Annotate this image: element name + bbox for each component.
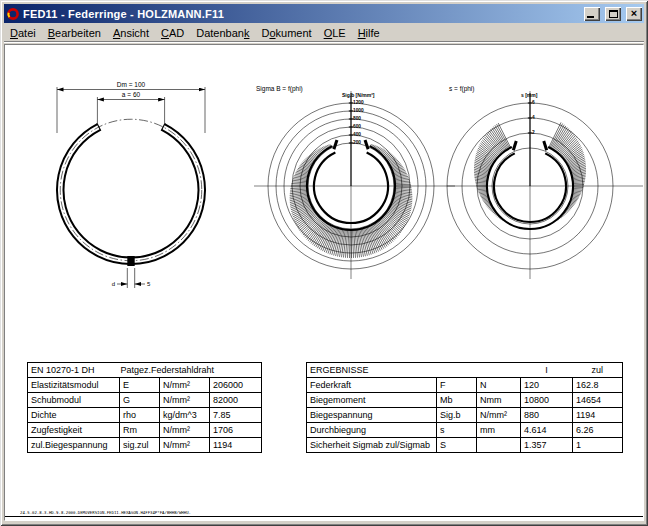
table-cell: 4.614 bbox=[521, 423, 573, 438]
table-cell: Schubmodul bbox=[28, 393, 120, 408]
axis-tick-label: 600 bbox=[353, 124, 361, 129]
axis-tick-label: 6 bbox=[532, 100, 535, 105]
table-cell: Biegespannung bbox=[307, 408, 437, 423]
table-row: zul.Biegespannungsig.zulN/mm²1194 bbox=[28, 438, 262, 453]
table-cell: Nmm bbox=[477, 393, 521, 408]
results-col-allow: zul bbox=[573, 363, 623, 378]
menu-item-ole[interactable]: OLE bbox=[318, 26, 352, 40]
sheet-border-line bbox=[5, 516, 643, 517]
deflection-polar-plot: 642s = f(phi)s [mm] bbox=[445, 73, 644, 295]
table-cell: S bbox=[437, 438, 477, 453]
table-cell: 1 bbox=[573, 438, 623, 453]
table-cell: N bbox=[477, 378, 521, 393]
table-row: ElastizitätsmodulEN/mm²206000 bbox=[28, 378, 262, 393]
ring-drawing: Dm = 100a = 60d5 bbox=[25, 75, 240, 297]
table-cell: 1194 bbox=[573, 408, 623, 423]
axis-tick-label: 1200 bbox=[353, 100, 364, 105]
results-col-actual: I bbox=[521, 363, 573, 378]
table-cell: Durchbiegung bbox=[307, 423, 437, 438]
dim-wire-label: d bbox=[112, 281, 115, 287]
table-cell: 1.357 bbox=[521, 438, 573, 453]
table-cell: 880 bbox=[521, 408, 573, 423]
table-cell: 206000 bbox=[210, 378, 262, 393]
dim-gap: a = 60 bbox=[122, 91, 141, 98]
maximize-button[interactable] bbox=[605, 7, 621, 21]
table-cell: Biegemoment bbox=[307, 393, 437, 408]
window-title: FED11 - Federringe - HOLZMANN.F11 bbox=[23, 8, 579, 20]
material-table: EN 10270-1 DHPatgez.Federstahldraht Elas… bbox=[27, 362, 262, 453]
table-cell: 7.85 bbox=[210, 408, 262, 423]
table-row: FederkraftFN120162.8 bbox=[307, 378, 623, 393]
table-cell: 1706 bbox=[210, 423, 262, 438]
menu-item-datenbank[interactable]: Datenbank bbox=[190, 26, 255, 40]
table-row: Dichterhokg/dm^37.85 bbox=[28, 408, 262, 423]
table-cell: Federkraft bbox=[307, 378, 437, 393]
table-cell: N/mm² bbox=[160, 378, 210, 393]
axis-tick-label: 200 bbox=[353, 140, 361, 145]
material-table-header: EN 10270-1 DHPatgez.Federstahldraht bbox=[28, 363, 262, 378]
table-cell: Mb bbox=[437, 393, 477, 408]
close-icon: × bbox=[631, 8, 637, 19]
table-cell: Zugfestigkeit bbox=[28, 423, 120, 438]
table-cell: E bbox=[120, 378, 160, 393]
menu-bar: DateiBearbeitenAnsichtCADDatenbankDokume… bbox=[4, 25, 644, 42]
table-row: SchubmodulGN/mm²82000 bbox=[28, 393, 262, 408]
table-cell: Dichte bbox=[28, 408, 120, 423]
axis-tick-label: 1000 bbox=[353, 108, 364, 113]
table-row: BiegemomentMbNmm1080014654 bbox=[307, 393, 623, 408]
table-cell: 120 bbox=[521, 378, 573, 393]
minimize-button[interactable] bbox=[584, 7, 600, 21]
app-window: FED11 - Federringe - HOLZMANN.F11 × Date… bbox=[0, 0, 648, 526]
axis-tick-label: 2 bbox=[532, 130, 535, 135]
table-cell: N/mm² bbox=[477, 408, 521, 423]
menu-item-hilfe[interactable]: Hilfe bbox=[352, 26, 386, 40]
results-title: ERGEBNISSE bbox=[307, 363, 521, 378]
title-bar[interactable]: FED11 - Federringe - HOLZMANN.F11 × bbox=[4, 4, 644, 23]
results-table: ERGEBNISSE I zul FederkraftFN120162.8Bie… bbox=[306, 362, 623, 453]
table-cell: Sicherheit Sigmab zul/Sigmab bbox=[307, 438, 437, 453]
table-cell: mm bbox=[477, 423, 521, 438]
plot-title: Sigma B = f(phi) bbox=[256, 85, 303, 93]
axis-tick-label: 4 bbox=[532, 115, 535, 120]
table-cell: zul.Biegespannung bbox=[28, 438, 120, 453]
table-cell: G bbox=[120, 393, 160, 408]
table-cell: Rm bbox=[120, 423, 160, 438]
table-row: BiegespannungSig.bN/mm²8801194 bbox=[307, 408, 623, 423]
maximize-icon bbox=[609, 10, 618, 18]
table-row: ZugfestigkeitRmN/mm²1706 bbox=[28, 423, 262, 438]
table-cell: 82000 bbox=[210, 393, 262, 408]
table-cell: Sig.b bbox=[437, 408, 477, 423]
close-button[interactable]: × bbox=[626, 7, 642, 21]
menu-item-bearbeiten[interactable]: Bearbeiten bbox=[42, 26, 107, 40]
table-cell: N/mm² bbox=[160, 423, 210, 438]
table-cell: F bbox=[437, 378, 477, 393]
menu-item-dokument[interactable]: Dokument bbox=[255, 26, 317, 40]
axis-tick-label: 400 bbox=[353, 132, 361, 137]
table-cell: N/mm² bbox=[160, 393, 210, 408]
material-name: Patgez.Federstahldraht bbox=[121, 365, 215, 375]
sigma-stress-polar-plot: 12001000800600400200Sigma B = f(phi)Sig.… bbox=[252, 73, 457, 295]
axis-label: s [mm] bbox=[521, 92, 538, 98]
table-cell: kg/dm^3 bbox=[160, 408, 210, 423]
material-norm: EN 10270-1 DH bbox=[31, 365, 95, 375]
table-cell: 162.8 bbox=[573, 378, 623, 393]
menu-item-ansicht[interactable]: Ansicht bbox=[107, 26, 155, 40]
menu-item-cad[interactable]: CAD bbox=[155, 26, 190, 40]
dim-outer-diameter: Dm = 100 bbox=[117, 81, 146, 88]
client-area: Dm = 100a = 60d5 12001000800600400200Sig… bbox=[4, 44, 644, 521]
axis-tick-label: 800 bbox=[353, 116, 361, 121]
app-icon[interactable] bbox=[6, 7, 20, 21]
table-cell: 10800 bbox=[521, 393, 573, 408]
table-cell: sig.zul bbox=[120, 438, 160, 453]
plot-title: s = f(phi) bbox=[449, 85, 474, 93]
table-cell: 1194 bbox=[210, 438, 262, 453]
table-cell: 6.26 bbox=[573, 423, 623, 438]
menu-item-datei[interactable]: Datei bbox=[4, 26, 42, 40]
table-cell: rho bbox=[120, 408, 160, 423]
table-cell: s bbox=[437, 423, 477, 438]
table-cell: Elastizitätsmodul bbox=[28, 378, 120, 393]
table-cell: 14654 bbox=[573, 393, 623, 408]
table-cell: N/mm² bbox=[160, 438, 210, 453]
table-cell bbox=[477, 438, 521, 453]
results-table-header: ERGEBNISSE I zul bbox=[307, 363, 623, 378]
